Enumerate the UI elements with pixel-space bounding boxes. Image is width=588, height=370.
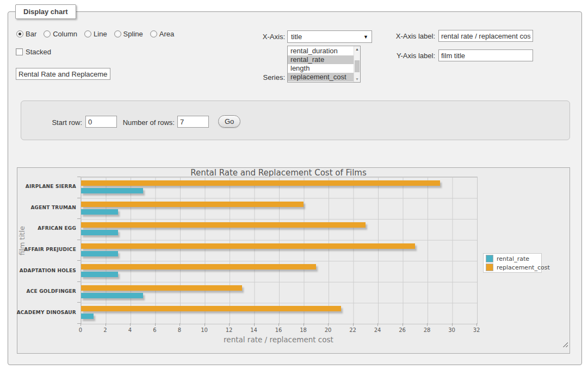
- bar-replacement_cost: [81, 306, 341, 311]
- stacked-checkbox[interactable]: [16, 48, 23, 55]
- x-tick-label: 26: [394, 327, 411, 333]
- bar-replacement_cost: [81, 243, 415, 249]
- category-label: AFRICAN EGG: [16, 225, 76, 231]
- panel-title: Display chart: [15, 4, 76, 19]
- legend-swatch-rental_rate: [486, 255, 493, 262]
- x-tick-mark: [427, 323, 428, 326]
- bar-rental_rate: [81, 313, 94, 319]
- x-tick-mark: [81, 323, 81, 326]
- row-range-panel: Start row: Number of rows: Go: [21, 101, 570, 140]
- x-tick-label: 10: [196, 327, 213, 333]
- bar-replacement_cost: [81, 222, 366, 228]
- x-tick-label: 32: [468, 327, 485, 333]
- legend-label: replacement_cost: [497, 264, 550, 271]
- radio-area[interactable]: [150, 30, 157, 37]
- page: Display chart BarColumnLineSplineArea St…: [0, 0, 588, 370]
- stacked-label: Stacked: [26, 48, 51, 56]
- legend-item-replacement_cost: replacement_cost: [484, 263, 541, 272]
- y-tick-mark: [77, 260, 81, 261]
- chart-type-option-column: Column: [44, 30, 77, 38]
- y-tick-mark: [77, 302, 81, 303]
- y-tick-mark: [77, 281, 81, 282]
- radio-label-column: Column: [53, 30, 77, 38]
- x-tick-label: 6: [147, 327, 163, 333]
- stacked-option: Stacked: [16, 48, 51, 56]
- radio-label-line: Line: [94, 30, 107, 38]
- number-of-rows-input[interactable]: [177, 116, 209, 128]
- category-label: AFFAIR PREJUDICE: [16, 247, 76, 252]
- legend-swatch-replacement_cost: [486, 264, 493, 271]
- x-tick-mark: [452, 323, 453, 326]
- go-button[interactable]: Go: [218, 115, 240, 128]
- x-tick-label: 18: [295, 327, 312, 333]
- x-tick-mark: [377, 323, 378, 326]
- chevron-down-icon: ▼: [363, 34, 372, 40]
- category-label: AGENT TRUMAN: [16, 205, 76, 210]
- chart-type-option-bar: Bar: [16, 30, 36, 38]
- x-tick-mark: [476, 323, 477, 326]
- x-tick-mark: [254, 323, 255, 326]
- chart-title-input[interactable]: [16, 68, 110, 80]
- scroll-up-icon[interactable]: ▲: [354, 46, 360, 52]
- x-tick-mark: [180, 323, 180, 326]
- bar-replacement_cost: [81, 264, 316, 269]
- start-row-input[interactable]: [85, 116, 117, 128]
- radio-bar[interactable]: [16, 30, 23, 37]
- bar-rental_rate: [81, 251, 118, 256]
- radio-column[interactable]: [44, 30, 51, 37]
- radio-label-spline: Spline: [123, 30, 143, 38]
- x-axis-label: X-Axis:: [245, 33, 285, 41]
- x-axis-selected-value: title: [288, 33, 363, 41]
- chart-type-option-spline: Spline: [114, 30, 143, 38]
- plot-area: [81, 177, 478, 324]
- chart-type-group: BarColumnLineSplineArea: [16, 30, 174, 38]
- x-axis-label-input[interactable]: [438, 30, 533, 42]
- chart-type-option-area: Area: [150, 30, 174, 38]
- x-tick-mark: [403, 323, 403, 326]
- radio-label-area: Area: [159, 30, 174, 38]
- x-tick-label: 14: [246, 327, 262, 333]
- x-tick-label: 16: [270, 327, 287, 333]
- y-axis-label-input[interactable]: [438, 49, 533, 61]
- x-tick-mark: [106, 323, 106, 326]
- bar-rental_rate: [81, 230, 118, 235]
- x-tick-mark: [278, 323, 279, 326]
- x-tick-label: 22: [345, 327, 361, 333]
- category-label: AIRPLANE SIERRA: [16, 184, 76, 189]
- category-label: ADAPTATION HOLES: [16, 268, 76, 273]
- series-listbox[interactable]: rental_durationrental_ratelengthreplacem…: [287, 46, 361, 83]
- y-axis-label-caption: Y-Axis label:: [375, 52, 435, 60]
- chart-type-option-line: Line: [84, 30, 107, 38]
- start-row-label: Start row:: [21, 118, 82, 127]
- category-label: ACADEMY DINOSAUR: [16, 310, 76, 315]
- series-option-rental_rate[interactable]: rental_rate: [288, 55, 354, 64]
- legend-label: rental_rate: [497, 255, 529, 262]
- radio-line[interactable]: [84, 30, 91, 37]
- x-tick-label: 4: [122, 327, 138, 333]
- series-option-rental_duration[interactable]: rental_duration: [288, 47, 354, 55]
- radio-label-bar: Bar: [26, 30, 36, 38]
- x-axis-title: rental rate / replacement cost: [81, 335, 476, 344]
- y-tick-mark: [77, 218, 81, 219]
- bar-rental_rate: [81, 272, 118, 277]
- listbox-scrollbar[interactable]: ▲ ▼: [354, 46, 360, 82]
- series-option-replacement_cost[interactable]: replacement_cost: [288, 73, 354, 81]
- bar-replacement_cost: [81, 202, 304, 207]
- radio-spline[interactable]: [114, 30, 121, 37]
- scrollbar-thumb[interactable]: [355, 60, 360, 72]
- y-tick-mark: [77, 177, 81, 177]
- x-tick-mark: [304, 323, 304, 326]
- x-tick-label: 12: [221, 327, 237, 333]
- x-tick-mark: [229, 323, 230, 326]
- bar-rental_rate: [81, 293, 143, 298]
- scroll-down-icon[interactable]: ▼: [354, 76, 360, 82]
- x-tick-label: 28: [419, 327, 435, 333]
- x-tick-mark: [328, 323, 329, 326]
- y-tick-mark: [77, 198, 81, 198]
- series-option-length[interactable]: length: [288, 64, 354, 73]
- x-axis-label-caption: X-Axis label:: [375, 32, 435, 40]
- bar-replacement_cost: [81, 285, 242, 291]
- bar-replacement_cost: [81, 180, 440, 186]
- series-label: Series:: [245, 73, 285, 81]
- x-axis-select[interactable]: title ▼: [287, 30, 372, 43]
